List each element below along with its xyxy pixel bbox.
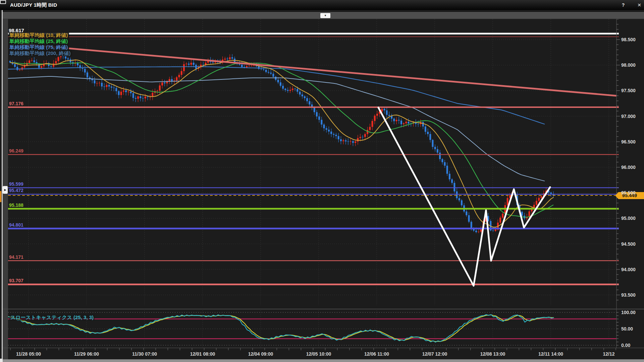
stochastics-legend: スローストキャスティクス (25, 3, 3) (9, 314, 95, 321)
background-window-sliver (0, 191, 1, 202)
window-bottom-edge[interactable] (3, 359, 644, 362)
legend-sma25: 単純移動平均線 (25, 終値) (9, 38, 69, 44)
window-title: AUD/JPY 1時間 BID (10, 2, 57, 8)
help-icon[interactable]: ? (620, 2, 627, 8)
close-icon[interactable]: ✕ (636, 2, 643, 8)
legend-sma200: 単純移動平均線 (200, 終値) (9, 50, 72, 56)
maximize-icon[interactable] (0, 0, 6, 4)
window-left-border (2, 10, 3, 362)
legend-sma75: 単純移動平均線 (75, 終値) (9, 44, 69, 50)
level-marker-arrow-icon[interactable]: ▶ (3, 186, 8, 194)
current-price-tag: 95.449 (615, 192, 644, 199)
collapse-dropdown-button[interactable]: ▼ (320, 13, 330, 18)
bottom-left-corner (0, 359, 3, 362)
trading-chart-window: AUD/JPY 1時間 BID ? ✕ ▼ 98.617 単純移動平均線 (10… (0, 0, 644, 362)
legend-sma10: 単純移動平均線 (10, 終値) (9, 32, 69, 38)
toolbar-strip: ▼ (3, 12, 644, 19)
indicator-legend: 単純移動平均線 (10, 終値) 単純移動平均線 (25, 終値) 単純移動平均… (9, 32, 72, 56)
title-bar[interactable]: AUD/JPY 1時間 BID ? ✕ (0, 0, 644, 10)
candlestick-chart-canvas[interactable] (0, 0, 644, 362)
